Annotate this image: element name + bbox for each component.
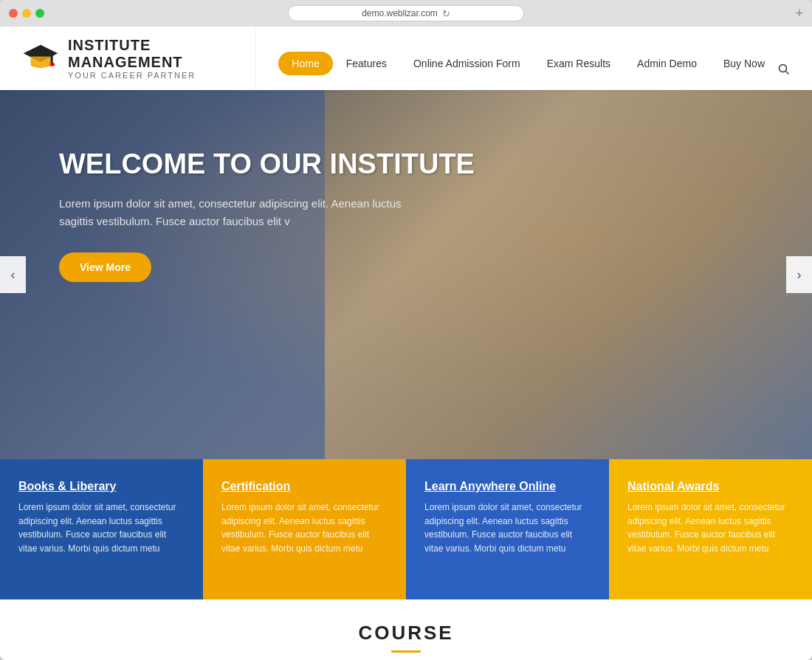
course-section: COURSE [0,599,812,660]
browser-window: demo.weblizar.com ↻ + INSTITUTE MANAGE [0,0,812,660]
feature-card-awards-desc: Lorem ipsum dolor sit amet, consectetur … [627,501,794,555]
nav-item-features[interactable]: Features [333,52,400,75]
hero-section: ‹ › WELCOME TO OUR INSTITUTE Lorem ipsum… [0,90,812,459]
feature-card-certification-desc: Lorem ipsum dolor sit amet, consectetur … [221,501,388,555]
feature-card-certification: Certification Lorem ipsum dolor sit amet… [203,459,406,599]
title-bar: demo.weblizar.com ↻ + [0,0,812,27]
feature-card-books-title[interactable]: Books & Liberary [18,480,185,493]
website: INSTITUTE MANAGEMENT YOUR CAREER PARTNER… [0,27,812,660]
feature-card-books-desc: Lorem ipsum dolor sit amet, consectetur … [18,501,185,555]
feature-card-awards-title[interactable]: National Awards [627,480,794,493]
feature-card-online-title[interactable]: Learn Anywhere Online [424,480,591,493]
hero-content: WELCOME TO OUR INSTITUTE Lorem ipsum dol… [0,90,812,282]
hero-description: Lorem ipsum dolor sit amet, consectetur … [59,195,428,230]
svg-line-4 [786,72,789,75]
feature-card-online-desc: Lorem ipsum dolor sit amet, consectetur … [424,501,591,555]
search-icon[interactable] [778,63,790,75]
nav-section: Home Features Online Admission Form Exam… [256,27,812,90]
nav-item-home[interactable]: Home [278,52,332,75]
course-title: COURSE [358,622,453,653]
browser-content: INSTITUTE MANAGEMENT YOUR CAREER PARTNER… [0,27,812,660]
nav-item-buy[interactable]: Buy Now [710,52,778,75]
feature-card-awards: National Awards Lorem ipsum dolor sit am… [609,459,812,599]
feature-card-online: Learn Anywhere Online Lorem ipsum dolor … [406,459,609,599]
logo-subtitle: YOUR CAREER PARTNER [68,71,233,80]
carousel-prev-button[interactable]: ‹ [0,256,26,293]
nav-item-results[interactable]: Exam Results [534,52,624,75]
carousel-next-button[interactable]: › [786,256,812,293]
logo-icon [22,40,59,77]
feature-cards: Books & Liberary Lorem ipsum dolor sit a… [0,459,812,599]
nav-item-admin[interactable]: Admin Demo [624,52,710,75]
close-button[interactable] [9,9,18,18]
minimize-button[interactable] [22,9,31,18]
reload-icon[interactable]: ↻ [442,8,450,19]
logo-title: INSTITUTE MANAGEMENT [68,37,233,71]
new-tab-button[interactable]: + [795,6,803,21]
logo-text: INSTITUTE MANAGEMENT YOUR CAREER PARTNER [68,37,233,80]
address-bar[interactable]: demo.weblizar.com ↻ [288,5,524,21]
maximize-button[interactable] [35,9,44,18]
traffic-lights [9,9,44,18]
logo-section: INSTITUTE MANAGEMENT YOUR CAREER PARTNER [0,27,256,90]
hero-title: WELCOME TO OUR INSTITUTE [59,149,812,180]
nav-item-admission[interactable]: Online Admission Form [400,52,534,75]
feature-card-books: Books & Liberary Lorem ipsum dolor sit a… [0,459,203,599]
view-more-button[interactable]: View More [59,252,151,282]
svg-point-3 [780,65,787,72]
feature-card-certification-title[interactable]: Certification [221,480,388,493]
url-text: demo.weblizar.com [362,8,438,18]
site-header: INSTITUTE MANAGEMENT YOUR CAREER PARTNER… [0,27,812,90]
